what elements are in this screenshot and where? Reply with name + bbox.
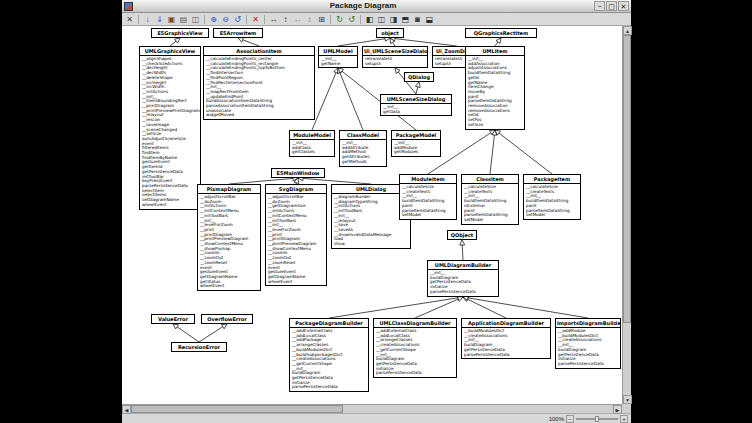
decrease-width-icon[interactable]: ↔ — [292, 14, 303, 25]
class-PackageItem[interactable]: PackageItem__calculateSize__createTexts_… — [523, 174, 581, 220]
class-ModuleModel[interactable]: ModuleModel__init__addClassgetClasses — [289, 130, 335, 157]
class-PackageDiagramBuilder[interactable]: PackageDiagramBuilder__addExternalClass_… — [289, 318, 369, 392]
class-QGraphicsRectItem[interactable]: QGraphicsRectItem — [465, 28, 537, 38]
inheritance-arrowhead — [238, 37, 244, 42]
align-middle-icon[interactable]: ◙ — [412, 14, 423, 25]
zoom-reset-icon[interactable]: ↺ — [232, 14, 243, 25]
zoom-widget: 100% − + — [549, 415, 628, 423]
window-close-icon[interactable]: ✕ — [124, 14, 135, 25]
class-title: UMLClassDiagramBuilder — [374, 319, 456, 328]
class-PackageModel[interactable]: PackageModel__init__addModulegetModules — [391, 130, 441, 157]
class-E5ArrowItem[interactable]: E5ArrowItem — [213, 28, 263, 38]
class-title: UMLItem — [466, 47, 524, 56]
class-UMLSceneSizeDialog[interactable]: UMLSceneSizeDialog__init__getData — [380, 94, 452, 116]
close-button[interactable]: ✕ — [618, 1, 629, 11]
increase-height-icon[interactable]: ↕ — [280, 14, 291, 25]
zoom-in-button[interactable]: + — [620, 415, 628, 423]
class-UMLItem[interactable]: UMLItem__init__addAssociationadjustAssoc… — [465, 46, 525, 130]
class-methods: __adjustScrollBar__doZoom__initActions__… — [198, 194, 260, 290]
class-title: ClassItem — [462, 175, 518, 184]
zoom-value-label: 100% — [549, 416, 564, 422]
align-right-icon[interactable]: ◨ — [388, 14, 399, 25]
class-E5GraphicsView[interactable]: E5GraphicsView — [151, 28, 209, 38]
class-ImportsDiagramBuilder[interactable]: ImportsDiagramBuilder__addModule__buildM… — [555, 318, 621, 369]
diagram-canvas[interactable]: E5GraphicsViewE5ArrowItemobjectQGraphics… — [122, 26, 622, 404]
increase-width-icon[interactable]: ↔ — [268, 14, 279, 25]
decrease-height-icon[interactable]: ↕ — [304, 14, 315, 25]
v-scroll-thumb[interactable] — [623, 35, 631, 323]
class-title: ClassModel — [340, 131, 386, 140]
v-scroll-track[interactable] — [623, 35, 631, 395]
class-title: PixmapDiagram — [198, 185, 260, 194]
v-scrollbar[interactable]: ▲ ▼ — [622, 26, 631, 404]
class-methods: __init__addClassgetClasses — [290, 140, 334, 156]
class-UMLGraphicsView[interactable]: UMLGraphicsView__alignShapes__checkSizeA… — [139, 46, 201, 210]
window-controls: − ▢ ✕ — [593, 1, 629, 11]
scroll-up-icon[interactable]: ▲ — [623, 26, 632, 35]
save-image-icon[interactable]: ▣ — [166, 14, 177, 25]
toolbar: ✕↓⇓▣▤◫⊕⊖↺✕↔↕↔↕⊞↻↺◧◫◨⬒◙⬓ — [122, 13, 631, 26]
class-title: QGraphicsRectItem — [466, 29, 536, 37]
class-methods: __init__getData — [381, 104, 451, 115]
align-left-icon[interactable]: ◧ — [364, 14, 375, 25]
class-title: ImportsDiagramBuilder — [556, 319, 620, 328]
save-as-icon[interactable]: ⇓ — [154, 14, 165, 25]
class-Ui_UMLSceneSizeDialog[interactable]: Ui_UMLSceneSizeDialogretranslateUisetupU… — [362, 46, 428, 68]
align-top-icon[interactable]: ⬒ — [400, 14, 411, 25]
relayout-icon[interactable]: ↻ — [334, 14, 345, 25]
class-title: object — [377, 29, 403, 37]
class-ClassModel[interactable]: ClassModel__init__addAttributeaddMethodg… — [339, 130, 387, 167]
class-E5MainWindow[interactable]: E5MainWindow — [271, 168, 325, 178]
class-ModuleItem[interactable]: ModuleItem__calculateSize__createTexts__… — [399, 174, 457, 220]
class-UMLDiagramBuilder[interactable]: UMLDiagramBuilder__init__buildDiagramget… — [427, 260, 499, 297]
zoom-out-icon[interactable]: ⊖ — [220, 14, 231, 25]
class-methods: __init__addModulegetModules — [392, 140, 440, 156]
zoom-slider-handle[interactable] — [595, 416, 599, 422]
class-RecursionError[interactable]: RecursionError — [171, 342, 227, 352]
class-SvgDiagram[interactable]: SvgDiagram__adjustScrollBar__doZoom__get… — [265, 184, 327, 286]
zoom-in-icon[interactable]: ⊕ — [208, 14, 219, 25]
class-object[interactable]: object — [376, 28, 404, 38]
class-QDialog[interactable]: QDialog — [404, 72, 434, 82]
toolbar-separator — [360, 15, 361, 24]
class-methods: __init__buildDiagramgetPersistenceDatain… — [428, 270, 498, 296]
class-PixmapDiagram[interactable]: PixmapDiagram__adjustScrollBar__doZoom__… — [197, 184, 261, 291]
zoom-out-button[interactable]: − — [566, 415, 574, 423]
class-methods: __init__addAssociationadjustAssociations… — [466, 56, 524, 129]
scroll-left-icon[interactable]: ◀ — [122, 405, 131, 414]
inheritance-edge — [467, 299, 506, 318]
class-ValueError[interactable]: ValueError — [151, 314, 195, 324]
class-AssociationItem[interactable]: AssociationItem__calculateEndingPoints_c… — [203, 46, 315, 120]
scroll-right-icon[interactable]: ▶ — [613, 405, 622, 414]
class-UMLClassDiagramBuilder[interactable]: UMLClassDiagramBuilder__addExternalClass… — [373, 318, 457, 378]
title-bar[interactable]: Package Diagram − ▢ ✕ — [122, 0, 631, 13]
align-bottom-icon[interactable]: ⬓ — [424, 14, 435, 25]
class-title: AssociationItem — [204, 47, 314, 56]
scroll-down-icon[interactable]: ▼ — [623, 395, 632, 404]
print-preview-icon[interactable]: ◫ — [190, 14, 201, 25]
inheritance-edge — [395, 39, 457, 46]
class-ClassItem[interactable]: ClassItem__calculateSize__createTexts__i… — [461, 174, 519, 225]
class-QObject[interactable]: QObject — [447, 230, 477, 240]
inheritance-edge — [499, 133, 552, 174]
minimize-button[interactable]: − — [594, 1, 605, 11]
align-center-icon[interactable]: ◫ — [376, 14, 387, 25]
class-OverflowError[interactable]: OverflowError — [201, 314, 253, 324]
h-scroll-track[interactable] — [131, 405, 613, 413]
h-scrollbar[interactable]: ◀ ▶ — [122, 404, 622, 413]
delete-shape-icon[interactable]: ✕ — [250, 14, 261, 25]
save-icon[interactable]: ↓ — [142, 14, 153, 25]
print-icon[interactable]: ▤ — [178, 14, 189, 25]
window-title: Package Diagram — [133, 0, 593, 12]
maximize-button[interactable]: ▢ — [606, 1, 617, 11]
zoom-slider[interactable] — [576, 415, 618, 423]
set-size-icon[interactable]: ⊞ — [316, 14, 327, 25]
class-UMLModel[interactable]: UMLModel__init__getName — [318, 46, 358, 68]
rescan-icon[interactable]: ↺ — [346, 14, 357, 25]
app-window: Package Diagram − ▢ ✕ ✕↓⇓▣▤◫⊕⊖↺✕↔↕↔↕⊞↻↺◧… — [122, 0, 631, 423]
h-scroll-thumb[interactable] — [131, 405, 343, 413]
class-methods: __adjustScrollBar__doZoom__getDiagramSiz… — [266, 194, 326, 285]
class-methods: __init__addAttributeaddMethodgetAttribut… — [340, 140, 386, 166]
class-ApplicationDiagramBuilder[interactable]: ApplicationDiagramBuilder__buildModulesD… — [461, 318, 551, 359]
class-title: ModuleModel — [290, 131, 334, 140]
